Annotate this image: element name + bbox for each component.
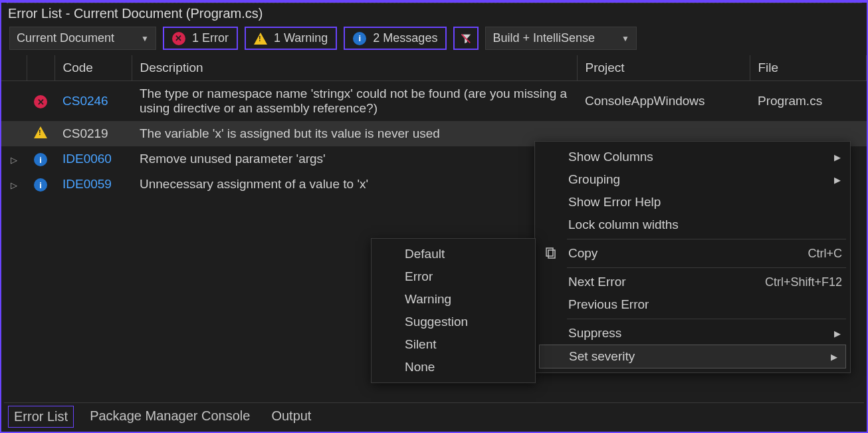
warning-icon xyxy=(254,33,267,45)
menu-item-label: Error xyxy=(405,269,433,284)
menu-item[interactable]: Show Columns▶ xyxy=(536,146,849,168)
menu-item[interactable]: None xyxy=(373,356,534,378)
code-column-header[interactable]: Code xyxy=(54,55,132,81)
menu-item[interactable]: Grouping▶ xyxy=(536,168,849,191)
column-headers: Code Description Project File xyxy=(1,55,867,81)
project-column-header[interactable]: Project xyxy=(577,55,750,81)
menu-item[interactable]: Set severity▶ xyxy=(539,345,846,368)
panel-tab[interactable]: Package Manager Console xyxy=(84,406,255,428)
code-cell[interactable]: CS0246 xyxy=(54,81,132,122)
description-cell: Unnecessary assignment of a value to 'x' xyxy=(132,172,577,197)
error-list-toolbar: Current Document ▼ ✕ 1 Error 1 Warning i… xyxy=(1,23,867,55)
scope-dropdown[interactable]: Current Document ▼ xyxy=(9,27,156,50)
code-cell[interactable]: IDE0059 xyxy=(54,172,132,197)
scope-label: Current Document xyxy=(17,31,114,45)
menu-item-label: Show Error Help xyxy=(568,195,661,210)
menu-item-label: Grouping xyxy=(568,172,620,187)
filter-icon xyxy=(460,33,472,45)
error-icon: ✕ xyxy=(172,32,185,45)
panel-title: Error List - Current Document (Program.c… xyxy=(1,3,867,23)
chevron-down-icon: ▼ xyxy=(621,34,629,43)
menu-item-label: Previous Error xyxy=(568,297,649,312)
menu-item-label: Next Error xyxy=(568,275,626,289)
menu-item[interactable]: CopyCtrl+C xyxy=(536,242,849,265)
code-cell[interactable]: IDE0060 xyxy=(54,146,132,172)
menu-item[interactable]: Previous Error xyxy=(536,293,849,316)
chevron-right-icon: ▶ xyxy=(834,329,841,339)
menu-item[interactable]: Next ErrorCtrl+Shift+F12 xyxy=(536,271,849,293)
messages-filter-button[interactable]: i 2 Messages xyxy=(344,27,447,50)
source-dropdown[interactable]: Build + IntelliSense ▼ xyxy=(485,27,637,50)
clear-filters-button[interactable] xyxy=(453,27,479,50)
svg-rect-1 xyxy=(546,248,553,256)
chevron-right-icon: ▶ xyxy=(834,175,841,185)
menu-item-label: Silent xyxy=(405,337,437,352)
menu-item[interactable]: Suppress▶ xyxy=(536,322,849,345)
description-column-header[interactable]: Description xyxy=(132,55,577,81)
expand-icon: ▷ xyxy=(11,155,17,165)
chevron-right-icon: ▶ xyxy=(834,152,841,162)
info-icon: i xyxy=(34,153,47,166)
menu-item-label: Suggestion xyxy=(405,315,468,329)
shortcut-label: Ctrl+Shift+F12 xyxy=(765,275,842,289)
errors-filter-button[interactable]: ✕ 1 Error xyxy=(163,27,238,50)
menu-item-label: Set severity xyxy=(569,349,635,364)
menu-item-label: None xyxy=(405,360,435,374)
menu-item[interactable]: Show Error Help xyxy=(536,191,849,214)
file-cell: Program.cs xyxy=(750,81,867,122)
table-row[interactable]: ✕CS0246The type or namespace name 'strin… xyxy=(1,81,867,122)
menu-item-label: Copy xyxy=(568,246,597,261)
menu-item-label: Warning xyxy=(405,292,451,307)
warning-icon xyxy=(34,126,47,138)
info-icon: i xyxy=(353,32,366,45)
menu-item-label: Lock column widths xyxy=(568,217,679,232)
info-icon: i xyxy=(34,178,47,192)
description-cell: Remove unused parameter 'args' xyxy=(132,146,577,172)
error-icon: ✕ xyxy=(34,95,47,108)
svg-rect-2 xyxy=(548,250,555,258)
warnings-filter-button[interactable]: 1 Warning xyxy=(245,27,337,50)
code-cell[interactable]: CS0219 xyxy=(54,121,132,146)
chevron-down-icon: ▼ xyxy=(141,34,149,43)
menu-item[interactable]: Default xyxy=(373,243,534,265)
menu-item-label: Suppress xyxy=(568,326,621,341)
menu-item-label: Show Columns xyxy=(568,150,653,164)
shortcut-label: Ctrl+C xyxy=(808,247,842,261)
menu-item[interactable]: Error xyxy=(373,265,534,288)
panel-tab[interactable]: Output xyxy=(266,406,316,428)
context-menu: Show Columns▶Grouping▶Show Error HelpLoc… xyxy=(534,141,851,373)
chevron-right-icon: ▶ xyxy=(831,352,837,362)
menu-item[interactable]: Warning xyxy=(373,288,534,311)
expand-icon: ▷ xyxy=(11,180,17,190)
copy-icon xyxy=(543,246,558,261)
menu-item-label: Default xyxy=(405,247,445,261)
panel-tab[interactable]: Error List xyxy=(8,406,74,428)
menu-item[interactable]: Silent xyxy=(373,333,534,356)
description-cell: The variable 'x' is assigned but its val… xyxy=(132,121,577,146)
description-cell: The type or namespace name 'stringx' cou… xyxy=(132,81,577,122)
menu-item[interactable]: Suggestion xyxy=(373,311,534,333)
severity-submenu: DefaultErrorWarningSuggestionSilentNone xyxy=(371,238,536,383)
panel-tabs: Error ListPackage Manager ConsoleOutput xyxy=(4,402,864,430)
project-cell: ConsoleAppWindows xyxy=(577,81,750,122)
file-column-header[interactable]: File xyxy=(750,55,867,81)
menu-item[interactable]: Lock column widths xyxy=(536,214,849,236)
